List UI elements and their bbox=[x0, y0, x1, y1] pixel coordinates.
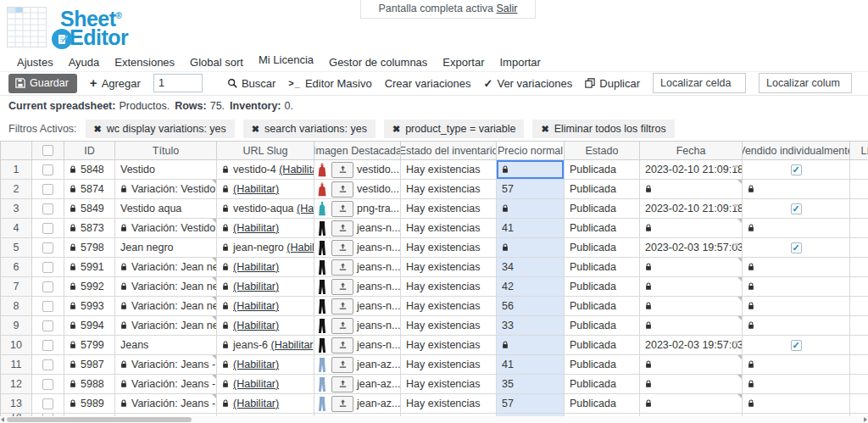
menu-item-extensiones[interactable]: Extensiones bbox=[114, 56, 175, 69]
row-checkbox[interactable] bbox=[42, 223, 53, 234]
habilitar-link[interactable]: (Habilitar) bbox=[233, 222, 279, 234]
remove-filter-icon[interactable]: ✖ bbox=[392, 124, 400, 135]
title-cell[interactable]: Variación: Jean negro - bbox=[115, 297, 217, 316]
menu-item-gestor-de-columnas[interactable]: Gestor de columnas bbox=[329, 56, 427, 69]
filter-chip-eliminar-todos-los-filtros[interactable]: ✖Eliminar todos los filtros bbox=[532, 120, 674, 138]
id-cell[interactable]: 5848 bbox=[64, 160, 115, 180]
id-cell[interactable]: 5849 bbox=[64, 199, 115, 219]
url-slug-cell[interactable]: (Habilitar) bbox=[217, 355, 314, 375]
sold-individually-cell[interactable] bbox=[743, 277, 850, 297]
filter-chip-product-type-variable[interactable]: ✖product_type = variable bbox=[384, 120, 525, 138]
title-cell[interactable]: Jean negro bbox=[115, 238, 217, 258]
url-slug-cell[interactable]: vestido-4 (Habilitar) bbox=[217, 160, 314, 180]
remove-filter-icon[interactable]: ✖ bbox=[541, 124, 548, 135]
habilitar-link[interactable]: (Habilitar) bbox=[270, 339, 314, 351]
post-status-cell[interactable]: Publicada bbox=[565, 258, 640, 277]
row-number-cell[interactable]: 10 bbox=[1, 336, 32, 355]
post-status-cell[interactable]: Publicada bbox=[565, 180, 640, 199]
save-button[interactable]: Guardar bbox=[8, 74, 77, 93]
row-select-cell[interactable] bbox=[32, 394, 64, 414]
date-cell[interactable]: 2023-02-03 19:57:03 bbox=[640, 238, 743, 258]
row-number-header[interactable] bbox=[1, 142, 32, 160]
post-status-cell[interactable]: Publicada bbox=[565, 160, 640, 180]
sold-individually-cell[interactable] bbox=[743, 180, 850, 199]
featured-image-cell[interactable]: jeans-n... bbox=[314, 316, 401, 336]
sold-individually-cell[interactable]: ✓ bbox=[743, 336, 850, 355]
limit-cell[interactable] bbox=[850, 180, 868, 199]
id-cell[interactable]: 5873 bbox=[64, 219, 115, 238]
featured-image-cell[interactable]: jeans-n... bbox=[314, 336, 401, 355]
upload-image-button[interactable] bbox=[331, 357, 353, 373]
title-cell[interactable]: Variación: Jeans - bbox=[115, 394, 217, 414]
row-select-cell[interactable] bbox=[32, 375, 64, 394]
row-checkbox[interactable] bbox=[42, 359, 53, 370]
row-number-cell[interactable]: 12 bbox=[1, 375, 32, 394]
filter-chip-search-variations-yes[interactable]: ✖search variations: yes bbox=[243, 120, 376, 138]
create-variations-button[interactable]: Crear variaciones bbox=[385, 77, 471, 90]
regular-price-cell[interactable] bbox=[497, 199, 565, 219]
id-cell[interactable]: 5989 bbox=[64, 394, 115, 414]
date-cell[interactable]: 2023-02-10 21:09:18 bbox=[640, 160, 743, 180]
date-cell[interactable] bbox=[640, 394, 743, 414]
row-checkbox[interactable] bbox=[42, 242, 53, 253]
sold-individually-checkbox[interactable]: ✓ bbox=[791, 340, 802, 351]
scroll-right-arrow-icon[interactable] bbox=[864, 417, 867, 422]
row-select-cell[interactable] bbox=[32, 219, 64, 238]
sold-individually-checkbox[interactable]: ✓ bbox=[791, 164, 802, 175]
scrollbar-thumb[interactable] bbox=[7, 417, 192, 422]
title-cell[interactable]: Vestido bbox=[115, 160, 217, 180]
upload-image-button[interactable] bbox=[331, 396, 353, 412]
remove-filter-icon[interactable]: ✖ bbox=[252, 124, 259, 135]
date-cell[interactable] bbox=[640, 355, 743, 375]
locate-column-input[interactable] bbox=[759, 73, 852, 93]
sold-individually-cell[interactable]: ✓ bbox=[743, 160, 850, 180]
exit-fullscreen-link[interactable]: Salir bbox=[496, 3, 517, 14]
column-header-estado-del-inventario[interactable]: Estado del inventario bbox=[401, 142, 497, 160]
row-number-cell[interactable]: 1 bbox=[1, 160, 32, 180]
row-select-cell[interactable] bbox=[32, 238, 64, 258]
featured-image-cell[interactable]: jeans-n... bbox=[314, 297, 401, 316]
row-number-cell[interactable]: 7 bbox=[1, 277, 32, 297]
featured-image-cell[interactable]: vestido... bbox=[314, 160, 401, 180]
regular-price-cell[interactable]: 34 bbox=[497, 258, 565, 277]
habilitar-link[interactable]: (Habilitar) bbox=[233, 261, 279, 273]
regular-price-cell[interactable] bbox=[497, 160, 565, 180]
url-slug-cell[interactable]: (Habilitar) bbox=[217, 297, 314, 316]
sold-individually-cell[interactable] bbox=[743, 316, 850, 336]
stock-status-cell[interactable]: Hay existencias bbox=[401, 238, 497, 258]
regular-price-cell[interactable]: 56 bbox=[497, 297, 565, 316]
row-checkbox[interactable] bbox=[42, 184, 53, 195]
add-rows-button[interactable]: + Agregar bbox=[90, 77, 141, 90]
column-header-id[interactable]: ID bbox=[64, 142, 115, 160]
featured-image-cell[interactable]: jeans-n... bbox=[314, 258, 401, 277]
stock-status-cell[interactable]: Hay existencias bbox=[401, 355, 497, 375]
post-status-cell[interactable]: Publicada bbox=[565, 375, 640, 394]
duplicate-button[interactable]: Duplicar bbox=[585, 77, 640, 90]
sold-individually-cell[interactable] bbox=[743, 355, 850, 375]
habilitar-link[interactable]: (Habilitar) bbox=[297, 203, 314, 214]
url-slug-cell[interactable]: (Habilitar) bbox=[217, 375, 314, 394]
stock-status-cell[interactable]: Hay existencias bbox=[401, 160, 497, 180]
row-select-cell[interactable] bbox=[32, 277, 64, 297]
stock-status-cell[interactable]: Hay existencias bbox=[401, 180, 497, 199]
limit-cell[interactable] bbox=[850, 277, 868, 297]
limit-cell[interactable] bbox=[850, 394, 868, 414]
limit-cell[interactable] bbox=[850, 336, 868, 355]
upload-image-button[interactable] bbox=[331, 318, 353, 334]
row-number-cell[interactable]: 13 bbox=[1, 394, 32, 414]
menu-item-mi-licencia[interactable]: Mi Licencia bbox=[259, 53, 314, 66]
limit-cell[interactable] bbox=[850, 375, 868, 394]
regular-price-cell[interactable]: 57 bbox=[497, 394, 565, 414]
date-cell[interactable] bbox=[640, 258, 743, 277]
sold-individually-cell[interactable]: ✓ bbox=[743, 199, 850, 219]
regular-price-cell[interactable]: 41 bbox=[497, 355, 565, 375]
date-cell[interactable]: 2023-02-03 19:57:03 bbox=[640, 336, 743, 355]
menu-item-exportar[interactable]: Exportar bbox=[442, 56, 484, 69]
limit-cell[interactable] bbox=[850, 258, 868, 277]
url-slug-cell[interactable]: (Habilitar) bbox=[217, 258, 314, 277]
menu-item-global-sort[interactable]: Global sort bbox=[190, 56, 243, 69]
regular-price-cell[interactable] bbox=[497, 238, 565, 258]
row-checkbox[interactable] bbox=[42, 301, 53, 312]
stock-status-cell[interactable]: Hay existencias bbox=[401, 219, 497, 238]
stock-status-cell[interactable]: Hay existencias bbox=[401, 375, 497, 394]
